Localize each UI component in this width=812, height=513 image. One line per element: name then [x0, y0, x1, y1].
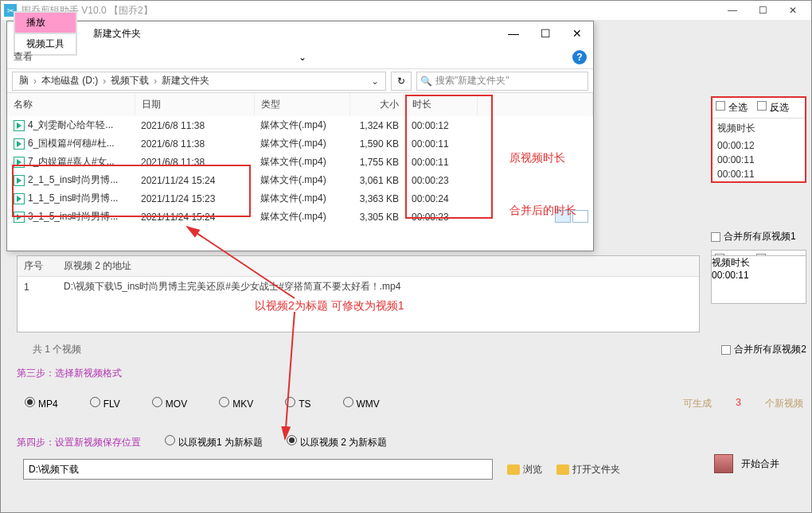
merge-all-checkbox-2[interactable]	[721, 345, 731, 355]
select-all-checkbox-1[interactable]	[716, 101, 725, 111]
table-row[interactable]: 1D:\视频下载\5_ins时尚男博主完美还原#美少女战士#穿搭简直不要太好看！…	[18, 277, 699, 297]
video-file-icon	[14, 212, 25, 223]
maximize-button[interactable]: ☐	[748, 1, 778, 20]
film-icon	[714, 454, 733, 473]
format-mp4[interactable]: MP4	[25, 397, 58, 410]
search-input[interactable]: 🔍搜索"新建文件夹"	[416, 72, 588, 91]
file-row[interactable]: 4_刘雯耐心给年轻...2021/6/8 11:38媒体文件(.mp4)1,32…	[7, 116, 593, 134]
file-explorer-window: 播放 视频工具 新建文件夹 — ☐ ✕ 查看 ⌄ ? 脑› 本地磁盘 (D:)›…	[6, 21, 594, 251]
format-wmv[interactable]: WMV	[343, 397, 380, 410]
folder-icon	[556, 464, 569, 475]
view-switcher	[555, 210, 588, 223]
view-grid-icon[interactable]	[555, 210, 571, 223]
file-row[interactable]: 1_1_5_ins时尚男博...2021/11/24 15:23媒体文件(.mp…	[7, 189, 593, 208]
invert-checkbox-1[interactable]	[757, 101, 767, 111]
refresh-button[interactable]: ↻	[391, 72, 412, 91]
explorer-minimize[interactable]: —	[498, 21, 529, 45]
file-row[interactable]: 7_内娱篇#嘉人#女...2021/6/8 11:38媒体文件(.mp4)1,7…	[7, 153, 593, 171]
browse-button[interactable]: 浏览	[507, 463, 542, 476]
step4-row: 第四步：设置新视频保存位置 以原视频1 为新标题 以原视频 2 为新标题	[17, 435, 387, 449]
start-merge-button[interactable]: 开始合并	[714, 454, 779, 473]
explorer-maximize[interactable]: ☐	[529, 21, 561, 45]
duration-value: 00:00:12	[712, 138, 805, 153]
folder-icon	[507, 464, 520, 475]
source-video-2-table: 序号原视频 2 的地址 1D:\视频下载\5_ins时尚男博主完美还原#美少女战…	[17, 255, 700, 332]
duration-header-1: 视频时长	[712, 119, 805, 138]
format-mkv[interactable]: MKV	[219, 397, 253, 410]
duration-value: 00:00:11	[712, 153, 805, 167]
tab-play[interactable]: 播放	[14, 12, 76, 33]
minimize-button[interactable]: —	[717, 1, 748, 20]
step4-label: 第四步：设置新视频保存位置	[17, 436, 141, 449]
file-row[interactable]: 6_国模篇#何穗#杜...2021/6/8 11:38媒体文件(.mp4)1,5…	[7, 134, 593, 153]
file-list: 名称 日期 类型 大小 时长 4_刘雯耐心给年轻...2021/6/8 11:3…	[7, 93, 593, 226]
save-path-input[interactable]	[23, 459, 493, 480]
view-list-icon[interactable]	[572, 210, 588, 223]
video-file-icon	[14, 193, 25, 204]
format-flv[interactable]: FLV	[90, 397, 120, 410]
title-from-video1[interactable]: 以原视频1 为新标题	[165, 435, 263, 449]
format-radio-group: MP4 FLV MOV MKV TS WMV	[25, 397, 380, 410]
save-row: 浏览 打开文件夹	[23, 459, 620, 480]
file-row[interactable]: 2_1_5_ins时尚男博...2021/11/24 15:24媒体文件(.mp…	[7, 171, 593, 189]
close-button[interactable]: ✕	[778, 1, 808, 20]
video-count: 共 1 个视频	[33, 343, 81, 356]
format-ts[interactable]: TS	[285, 397, 310, 410]
explorer-close[interactable]: ✕	[561, 21, 593, 45]
file-row[interactable]: 3_1_5_ins时尚男博...2021/11/24 15:24媒体文件(.mp…	[7, 208, 593, 226]
video-file-icon	[14, 138, 25, 150]
open-folder-button[interactable]: 打开文件夹	[556, 463, 620, 476]
chevron-down-icon[interactable]: ⌄	[368, 76, 382, 87]
right-duration-panel-2: 视频时长 00:00:11	[711, 255, 806, 304]
breadcrumb[interactable]: 脑› 本地磁盘 (D:)› 视频下载› 新建文件夹 ⌄	[12, 72, 386, 91]
search-icon: 🔍	[420, 76, 432, 87]
video-file-icon	[14, 175, 25, 186]
video-file-icon	[14, 120, 25, 131]
merge-all-checkbox-1[interactable]	[711, 232, 720, 242]
title-from-video2[interactable]: 以原视频 2 为新标题	[287, 435, 387, 449]
merge-all-row-2: 合并所有原视频2	[721, 343, 806, 356]
right-duration-panel-1: 全选 反选 视频时长 00:00:12 00:00:11 00:00:11	[711, 96, 806, 183]
video-file-icon	[14, 157, 25, 168]
format-mov[interactable]: MOV	[152, 397, 187, 410]
chevron-down-icon[interactable]: ⌄	[299, 52, 306, 63]
generate-summary: 可生成 3 个新视频	[683, 397, 803, 410]
tab-view[interactable]: 查看	[14, 50, 33, 64]
step3-label: 第三步：选择新视频格式	[17, 367, 122, 380]
new-folder-label: 新建文件夹	[85, 24, 149, 44]
help-icon[interactable]: ?	[572, 50, 587, 64]
duration-value: 00:00:11	[712, 167, 805, 181]
